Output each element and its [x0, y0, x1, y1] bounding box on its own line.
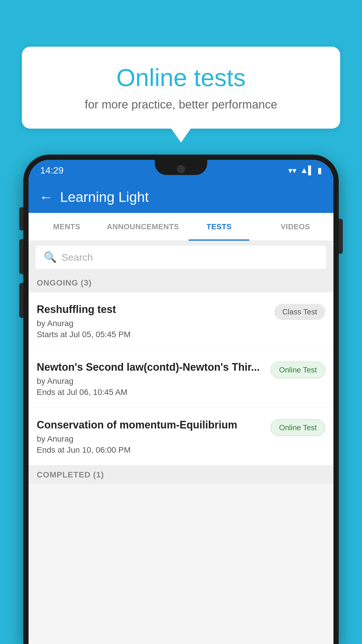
- app-bar-title: Learning Light: [60, 189, 149, 205]
- test-date: Starts at Jul 05, 05:45 PM: [37, 330, 270, 339]
- tab-announcements[interactable]: ANNOUNCEMENTS: [105, 213, 181, 241]
- test-list: Reshuffling test by Anurag Starts at Jul…: [29, 292, 333, 466]
- tab-ments[interactable]: MENTS: [29, 213, 105, 241]
- tab-tests[interactable]: TESTS: [181, 213, 257, 241]
- test-item[interactable]: Reshuffling test by Anurag Starts at Jul…: [29, 292, 333, 350]
- test-date: Ends at Jul 06, 10:45 AM: [37, 388, 266, 397]
- status-time: 14:29: [40, 165, 64, 176]
- test-author: by Anurag: [37, 319, 270, 328]
- test-item[interactable]: Newton's Second law(contd)-Newton's Thir…: [29, 350, 333, 408]
- tab-videos[interactable]: VIDEOS: [257, 213, 334, 241]
- volume-silent-button[interactable]: [19, 207, 23, 230]
- search-icon: 🔍: [44, 251, 57, 263]
- signal-icon: ▲▌: [300, 166, 314, 175]
- search-container: 🔍 Search: [29, 241, 333, 274]
- test-author: by Anurag: [37, 434, 266, 444]
- app-bar: ← Learning Light: [29, 181, 333, 213]
- phone-shell: 14:29 ▾▾ ▲▌ ▮ ← Learning Light MENTS ANN…: [23, 155, 339, 644]
- test-date: Ends at Jun 10, 06:00 PM: [37, 445, 266, 455]
- speech-bubble-subtitle: for more practice, better performance: [45, 98, 317, 111]
- test-item[interactable]: Conservation of momentum-Equilibrium by …: [29, 408, 333, 466]
- test-title: Newton's Second law(contd)-Newton's Thir…: [37, 360, 266, 374]
- test-info: Conservation of momentum-Equilibrium by …: [37, 418, 266, 455]
- test-badge-online-2: Online Test: [270, 419, 325, 436]
- speech-bubble: Online tests for more practice, better p…: [22, 47, 340, 129]
- test-title: Reshuffling test: [37, 303, 270, 316]
- phone-screen: 14:29 ▾▾ ▲▌ ▮ ← Learning Light MENTS ANN…: [29, 160, 333, 644]
- volume-up-button[interactable]: [19, 239, 23, 274]
- completed-section-header: COMPLETED (1): [29, 466, 333, 484]
- status-icons: ▾▾ ▲▌ ▮: [288, 166, 322, 175]
- ongoing-section-header: ONGOING (3): [29, 274, 333, 292]
- notch: [155, 160, 207, 175]
- battery-icon: ▮: [317, 166, 322, 175]
- test-badge-online: Online Test: [270, 362, 325, 378]
- search-bar[interactable]: 🔍 Search: [36, 246, 326, 269]
- test-title: Conservation of momentum-Equilibrium: [37, 418, 266, 431]
- volume-down-button[interactable]: [19, 283, 23, 318]
- test-author: by Anurag: [37, 377, 266, 386]
- camera-icon: [177, 165, 185, 173]
- wifi-icon: ▾▾: [288, 166, 296, 175]
- test-info: Reshuffling test by Anurag Starts at Jul…: [37, 303, 270, 339]
- tabs-bar: MENTS ANNOUNCEMENTS TESTS VIDEOS: [29, 213, 333, 241]
- test-info: Newton's Second law(contd)-Newton's Thir…: [37, 360, 266, 397]
- search-placeholder: Search: [61, 252, 93, 263]
- speech-bubble-title: Online tests: [45, 64, 317, 91]
- back-button[interactable]: ←: [39, 189, 53, 205]
- power-button[interactable]: [339, 219, 343, 254]
- test-badge-class: Class Test: [274, 304, 325, 320]
